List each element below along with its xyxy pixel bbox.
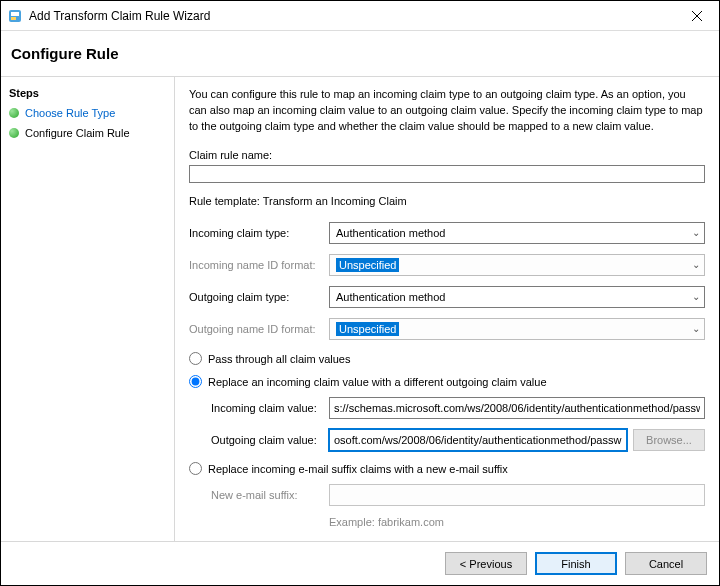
cancel-button[interactable]: Cancel (625, 552, 707, 575)
close-icon (692, 11, 702, 21)
option-replace-email-suffix[interactable]: Replace incoming e-mail suffix claims wi… (189, 462, 705, 475)
steps-sidebar: Steps Choose Rule Type Configure Claim R… (1, 77, 175, 541)
outgoing-claim-type-label: Outgoing claim type: (189, 291, 329, 303)
outgoing-nameid-format-combo: Unspecified ⌄ (329, 318, 705, 340)
app-icon (7, 8, 23, 24)
option-replace-value[interactable]: Replace an incoming claim value with a d… (189, 375, 705, 388)
outgoing-claim-value-label: Outgoing claim value: (211, 434, 329, 446)
option-label: Replace an incoming claim value with a d… (208, 376, 547, 388)
radio-replace-email-suffix[interactable] (189, 462, 202, 475)
outgoing-claim-type-combo[interactable]: Authentication method ⌄ (329, 286, 705, 308)
step-bullet-icon (9, 128, 19, 138)
chevron-down-icon: ⌄ (692, 259, 700, 270)
outgoing-nameid-format-label: Outgoing name ID format: (189, 323, 329, 335)
window-title: Add Transform Claim Rule Wizard (29, 9, 675, 23)
option-label: Replace incoming e-mail suffix claims wi… (208, 463, 508, 475)
incoming-claim-type-label: Incoming claim type: (189, 227, 329, 239)
incoming-claim-type-combo[interactable]: Authentication method ⌄ (329, 222, 705, 244)
claim-rule-name-input[interactable] (189, 165, 705, 183)
incoming-claim-value-input[interactable] (329, 397, 705, 419)
wizard-window: Add Transform Claim Rule Wizard Configur… (0, 0, 720, 586)
footer: < Previous Finish Cancel (1, 541, 719, 585)
previous-button[interactable]: < Previous (445, 552, 527, 575)
radio-replace-value[interactable] (189, 375, 202, 388)
svg-rect-2 (11, 17, 16, 20)
combo-selected: Unspecified (336, 322, 399, 336)
incoming-nameid-format-combo: Unspecified ⌄ (329, 254, 705, 276)
body: Steps Choose Rule Type Configure Claim R… (1, 77, 719, 541)
incoming-claim-value-label: Incoming claim value: (211, 402, 329, 414)
description-text: You can configure this rule to map an in… (189, 87, 705, 135)
close-button[interactable] (675, 1, 719, 31)
step-link[interactable]: Choose Rule Type (25, 107, 115, 119)
chevron-down-icon: ⌄ (692, 227, 700, 238)
outgoing-claim-value-input[interactable] (329, 429, 627, 451)
titlebar: Add Transform Claim Rule Wizard (1, 1, 719, 31)
page-header: Configure Rule (1, 31, 719, 77)
rule-template-line: Rule template: Transform an Incoming Cla… (189, 195, 705, 207)
combo-selected: Authentication method (336, 291, 445, 303)
main-panel: You can configure this rule to map an in… (175, 77, 719, 541)
chevron-down-icon: ⌄ (692, 291, 700, 302)
step-choose-rule-type[interactable]: Choose Rule Type (9, 107, 166, 119)
option-pass-through[interactable]: Pass through all claim values (189, 352, 705, 365)
incoming-nameid-format-label: Incoming name ID format: (189, 259, 329, 271)
steps-heading: Steps (9, 87, 166, 99)
combo-selected: Authentication method (336, 227, 445, 239)
svg-rect-1 (11, 12, 19, 16)
combo-selected: Unspecified (336, 258, 399, 272)
radio-pass-through[interactable] (189, 352, 202, 365)
option-label: Pass through all claim values (208, 353, 350, 365)
step-bullet-icon (9, 108, 19, 118)
claim-rule-name-label: Claim rule name: (189, 149, 705, 161)
new-email-suffix-label: New e-mail suffix: (211, 489, 329, 501)
step-configure-claim-rule: Configure Claim Rule (9, 127, 166, 139)
new-email-suffix-input (329, 484, 705, 506)
email-suffix-example: Example: fabrikam.com (329, 516, 444, 528)
browse-button: Browse... (633, 429, 705, 451)
chevron-down-icon: ⌄ (692, 323, 700, 334)
step-current-label: Configure Claim Rule (25, 127, 130, 139)
finish-button[interactable]: Finish (535, 552, 617, 575)
